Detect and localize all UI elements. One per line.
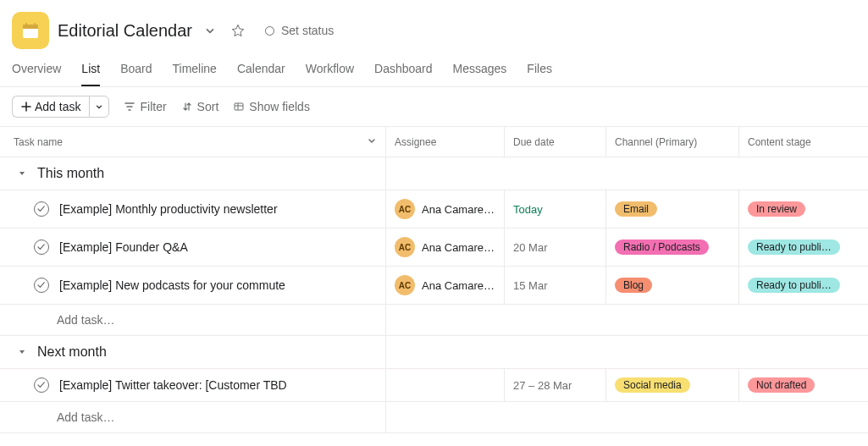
assignee-cell[interactable]	[386, 369, 505, 401]
col-header-assignee[interactable]: Assignee	[395, 136, 436, 148]
add-task-inline[interactable]: Add task…	[0, 305, 386, 335]
stage-tag: Not drafted	[748, 377, 815, 393]
svg-rect-3	[34, 23, 36, 26]
status-circle-icon	[265, 26, 274, 36]
tab-files[interactable]: Files	[527, 63, 552, 86]
tab-dashboard[interactable]: Dashboard	[374, 63, 433, 86]
assignee-cell[interactable]: ACAna Camarena	[386, 190, 505, 228]
section-toggle-icon[interactable]	[17, 168, 27, 179]
tab-board[interactable]: Board	[120, 63, 152, 86]
sort-label: Sort	[197, 100, 219, 113]
stage-cell[interactable]: Ready to publi…	[739, 229, 868, 266]
stage-tag: Ready to publi…	[748, 240, 840, 255]
complete-toggle[interactable]	[34, 278, 49, 293]
sort-button[interactable]: Sort	[182, 100, 219, 113]
stage-tag: Ready to publi…	[748, 278, 840, 293]
avatar: AC	[395, 275, 415, 295]
tab-list[interactable]: List	[81, 63, 100, 86]
add-task-label: Add task	[35, 100, 80, 113]
title-dropdown[interactable]	[201, 21, 219, 40]
due-cell[interactable]: 27 – 28 Mar	[505, 369, 606, 401]
complete-toggle[interactable]	[34, 377, 49, 393]
add-task-button[interactable]: Add task	[12, 96, 89, 118]
avatar: AC	[395, 199, 415, 219]
svg-rect-2	[25, 23, 27, 26]
show-fields-label: Show fields	[249, 100, 310, 113]
channel-tag: Radio / Podcasts	[615, 240, 709, 255]
task-name[interactable]: [Example] Monthly productivity newslette…	[59, 202, 278, 216]
project-icon[interactable]	[12, 12, 49, 49]
due-date: 27 – 28 Mar	[513, 379, 572, 392]
section-title[interactable]: Next month	[37, 344, 107, 360]
due-cell[interactable]: Today	[505, 190, 606, 228]
channel-cell[interactable]: Blog	[606, 267, 739, 304]
col-header-stage[interactable]: Content stage	[748, 136, 811, 148]
due-date: Today	[513, 203, 543, 216]
channel-cell[interactable]: Social media	[606, 369, 739, 401]
section-title[interactable]: This month	[37, 166, 104, 181]
channel-cell[interactable]: Email	[606, 190, 739, 228]
assignee-name: Ana Camarena	[422, 203, 495, 216]
due-cell[interactable]: 20 Mar	[505, 229, 606, 266]
col-header-channel[interactable]: Channel (Primary)	[615, 136, 697, 148]
project-title[interactable]: Editorial Calendar	[58, 21, 192, 41]
tab-messages[interactable]: Messages	[453, 63, 507, 86]
col-header-due[interactable]: Due date	[513, 136, 555, 148]
filter-label: Filter	[140, 100, 166, 113]
due-date: 15 Mar	[513, 279, 547, 292]
channel-tag: Blog	[615, 278, 652, 293]
tab-timeline[interactable]: Timeline	[173, 63, 217, 86]
complete-toggle[interactable]	[34, 201, 49, 217]
stage-cell[interactable]: Not drafted	[739, 369, 868, 401]
channel-tag: Social media	[615, 377, 690, 393]
tab-calendar[interactable]: Calendar	[237, 63, 285, 86]
complete-toggle[interactable]	[34, 240, 49, 255]
stage-cell[interactable]: Ready to publi…	[739, 267, 868, 304]
section-toggle-icon[interactable]	[17, 347, 27, 357]
svg-rect-4	[235, 103, 243, 110]
task-name[interactable]: [Example] Twitter takeover: [Customer TB…	[59, 378, 287, 392]
stage-cell[interactable]: In review	[739, 190, 868, 228]
star-icon[interactable]	[228, 20, 248, 41]
stage-tag: In review	[748, 201, 805, 217]
due-date: 20 Mar	[513, 241, 547, 254]
add-task-inline[interactable]: Add task…	[0, 402, 386, 432]
assignee-cell[interactable]: ACAna Camarena	[386, 267, 505, 304]
filter-button[interactable]: Filter	[124, 100, 166, 113]
assignee-cell[interactable]: ACAna Camarena	[386, 229, 505, 266]
col-name-dropdown-icon[interactable]	[367, 135, 377, 148]
channel-tag: Email	[615, 201, 657, 217]
svg-rect-1	[23, 25, 38, 29]
task-name[interactable]: [Example] New podcasts for your commute	[59, 278, 285, 292]
assignee-name: Ana Camarena	[422, 241, 495, 254]
tab-workflow[interactable]: Workflow	[306, 63, 354, 86]
col-header-name[interactable]: Task name	[14, 136, 63, 148]
set-status-button[interactable]: Set status	[257, 20, 342, 41]
task-name[interactable]: [Example] Founder Q&A	[59, 240, 188, 254]
channel-cell[interactable]: Radio / Podcasts	[606, 229, 739, 266]
tab-overview[interactable]: Overview	[12, 63, 61, 86]
avatar: AC	[395, 237, 415, 257]
show-fields-button[interactable]: Show fields	[234, 100, 310, 113]
set-status-label: Set status	[281, 24, 334, 37]
assignee-name: Ana Camarena	[422, 279, 495, 292]
due-cell[interactable]: 15 Mar	[505, 267, 606, 304]
add-task-dropdown[interactable]	[89, 96, 109, 118]
